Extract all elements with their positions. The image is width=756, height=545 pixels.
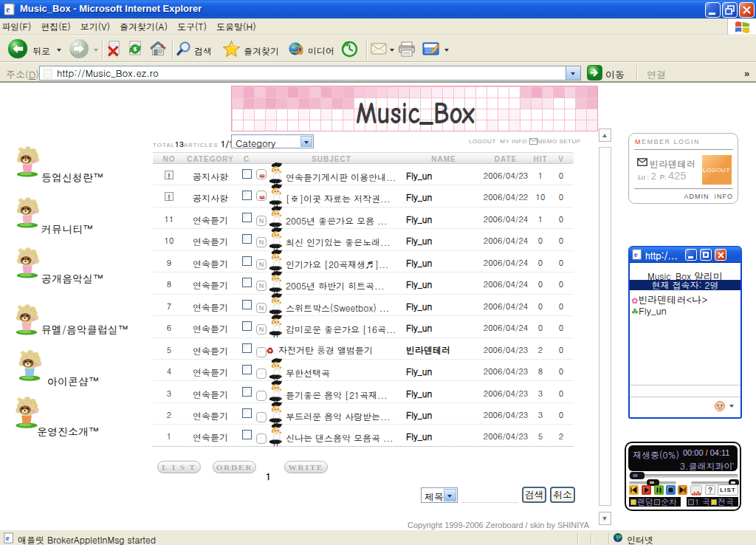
svg-text:e: e [6,534,10,542]
svg-text:e: e [6,4,10,15]
svg-text:e: e [634,250,638,258]
